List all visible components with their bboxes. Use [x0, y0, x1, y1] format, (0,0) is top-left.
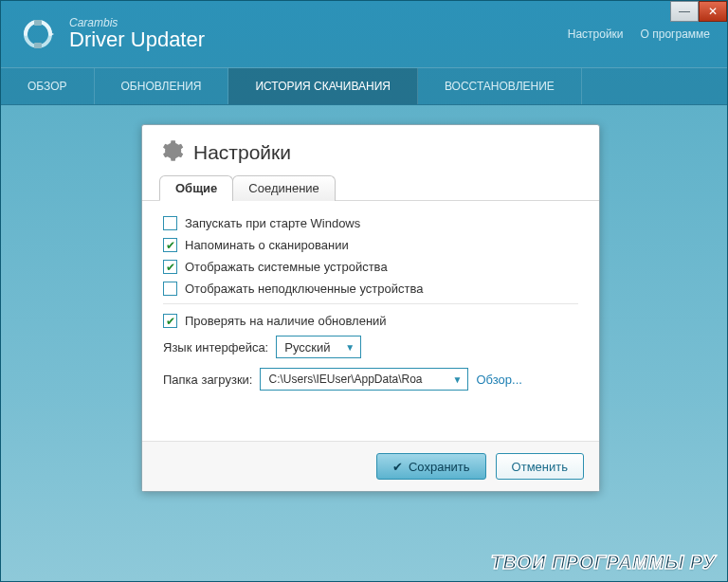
svg-rect-2	[34, 20, 42, 26]
label-updates: Проверять на наличие обновлений	[185, 314, 387, 328]
close-button[interactable]: ✕	[699, 1, 727, 22]
folder-value: C:\Users\IEUser\AppData\Roa	[268, 373, 422, 386]
checkbox-remind[interactable]: ✔	[163, 238, 177, 252]
main-nav: ОБЗОР ОБНОВЛЕНИЯ ИСТОРИЯ СКАЧИВАНИЯ ВОСС…	[1, 67, 727, 105]
watermark: ТВОИ ПРОГРАММЫ РУ	[491, 552, 716, 573]
tab-updates[interactable]: ОБНОВЛЕНИЯ	[95, 68, 229, 104]
minimize-button[interactable]: —	[670, 1, 699, 22]
tab-download-history[interactable]: ИСТОРИЯ СКАЧИВАНИЯ	[228, 68, 418, 104]
label-startup: Запускать при старте Windows	[185, 216, 360, 230]
divider	[163, 303, 578, 304]
svg-rect-3	[34, 43, 42, 48]
tab-connection[interactable]: Соединение	[232, 175, 336, 201]
app-title: Carambis Driver Updater	[69, 17, 205, 51]
cancel-button-label: Отменить	[512, 460, 568, 474]
settings-form: Запускать при старте Windows ✔ Напоминат…	[142, 201, 599, 415]
checkbox-startup[interactable]	[163, 216, 177, 230]
checkbox-updates[interactable]: ✔	[163, 314, 177, 328]
check-icon: ✔	[392, 460, 403, 474]
tab-overview[interactable]: ОБЗОР	[1, 68, 95, 104]
label-sysdev: Отображать системные устройства	[185, 260, 388, 274]
folder-label: Папка загрузки:	[163, 373, 252, 387]
checkbox-sysdev[interactable]: ✔	[163, 260, 177, 274]
title-bar: Carambis Driver Updater Настройки О прог…	[1, 1, 727, 67]
tab-restore[interactable]: ВОССТАНОВЛЕНИЕ	[418, 68, 582, 104]
checkbox-unplugged[interactable]	[163, 282, 177, 296]
svg-marker-1	[50, 32, 54, 36]
window-controls: — ✕	[670, 1, 727, 22]
dialog-footer: ✔ Сохранить Отменить	[142, 441, 599, 491]
app-window: — ✕ Carambis Driver Updater Настройки О …	[0, 0, 728, 582]
app-logo-icon	[18, 14, 58, 54]
settings-tabs: Общие Соединение	[142, 174, 599, 201]
title-link-settings[interactable]: Настройки	[568, 27, 624, 41]
gear-icon	[159, 138, 184, 167]
chevron-down-icon: ▼	[453, 374, 463, 385]
tab-general[interactable]: Общие	[159, 175, 233, 201]
chevron-down-icon: ▼	[345, 342, 355, 353]
language-select[interactable]: Русский ▼	[276, 336, 361, 358]
dialog-title: Настройки	[193, 141, 291, 164]
language-label: Язык интерфейса:	[163, 340, 268, 355]
label-remind: Напоминать о сканировании	[185, 238, 349, 252]
browse-link[interactable]: Обзор...	[476, 373, 521, 387]
label-unplugged: Отображать неподключенные устройства	[185, 282, 423, 296]
save-button[interactable]: ✔ Сохранить	[376, 453, 486, 480]
language-value: Русский	[284, 340, 330, 355]
title-link-about[interactable]: О программе	[641, 27, 710, 41]
download-folder-input[interactable]: C:\Users\IEUser\AppData\Roa ▼	[260, 368, 468, 391]
brand-name: Driver Updater	[69, 28, 205, 51]
cancel-button[interactable]: Отменить	[496, 453, 584, 480]
settings-dialog: Настройки Общие Соединение Запускать при…	[141, 124, 600, 492]
save-button-label: Сохранить	[409, 460, 470, 474]
